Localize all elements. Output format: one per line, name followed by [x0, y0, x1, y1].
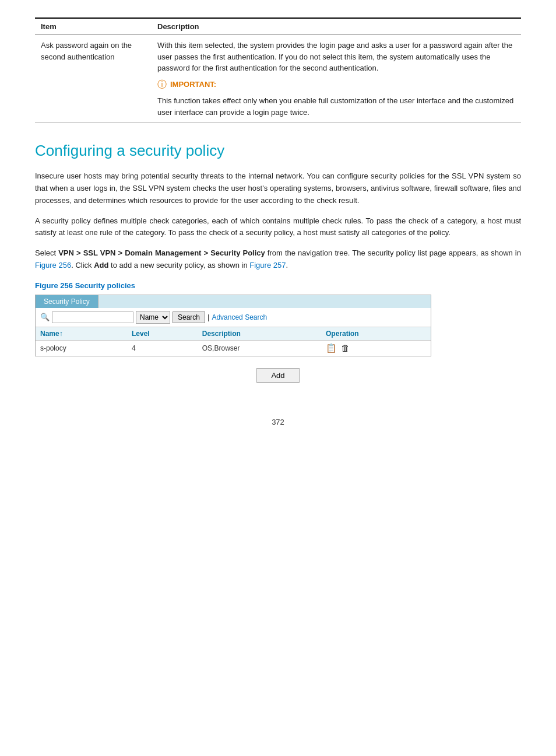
add-btn-container: Add [35, 368, 521, 383]
table-header-row: Name↑ Level Description Operation [36, 327, 431, 341]
para3-nav: VPN > SSL VPN > Domain Management > Secu… [58, 249, 265, 257]
table-row: Ask password again on the second authent… [35, 35, 521, 123]
advanced-search-link[interactable]: Advanced Search [212, 313, 267, 321]
search-button[interactable]: Search [173, 312, 205, 323]
row-level: 4 [127, 340, 198, 356]
col-description-header: Description [152, 18, 521, 35]
description-cell: With this item selected, the system prov… [152, 35, 521, 123]
row-description: OS,Browser [198, 340, 321, 356]
col-level-header: Level [127, 327, 198, 341]
item-cell: Ask password again on the second authent… [35, 35, 152, 123]
tab-security-policy[interactable]: Security Policy [36, 295, 98, 308]
security-policy-table: Name↑ Level Description Operation s-polo… [36, 327, 431, 356]
row-name: s-polocy [36, 340, 127, 356]
section-title: Configuring a security policy [35, 142, 521, 160]
col-description-header: Description [198, 327, 321, 341]
search-bar: 🔍 Name Search | Advanced Search [36, 308, 431, 327]
delete-icon[interactable]: 🗑 [341, 343, 350, 353]
search-dropdown[interactable]: Name [136, 311, 170, 324]
col-name-header: Name↑ [36, 327, 127, 341]
para3-fig-link1[interactable]: Figure 256 [35, 261, 71, 270]
item-description-table: Item Description Ask password again on t… [35, 18, 521, 123]
important-label: IMPORTANT: [170, 79, 216, 90]
para3-end: . [286, 261, 288, 270]
important-box: ⓘ IMPORTANT: [157, 79, 515, 91]
para3: Select VPN > SSL VPN > Domain Management… [35, 247, 521, 272]
figure256-ui: Security Policy 🔍 Name Search | Advanced… [35, 295, 431, 356]
para3-suffix: to add a new security policy, as shown i… [108, 261, 249, 270]
description-main: With this item selected, the system prov… [157, 40, 515, 74]
para3-fig-link2[interactable]: Figure 257 [249, 261, 286, 270]
para2: A security policy defines multiple check… [35, 215, 521, 240]
para3-mid2: . Click [71, 261, 94, 270]
col-item-header: Item [35, 18, 152, 35]
edit-icon[interactable]: 📋 [326, 343, 337, 353]
search-input[interactable] [52, 312, 133, 323]
page-number: 372 [35, 418, 521, 426]
important-icon: ⓘ [157, 79, 167, 91]
table-row: s-polocy 4 OS,Browser 📋 🗑 [36, 340, 431, 356]
para3-add: Add [94, 261, 108, 270]
para3-mid: from the navigation tree. The security p… [265, 249, 521, 257]
tab-bar: Security Policy [36, 295, 431, 308]
row-operation: 📋 🗑 [321, 340, 431, 356]
para1: Insecure user hosts may bring potential … [35, 170, 521, 206]
para3-prefix: Select [35, 249, 58, 257]
separator: | [207, 313, 209, 321]
description-note: This function takes effect only when you… [157, 95, 515, 118]
figure256-label: Figure 256 Security policies [35, 281, 521, 290]
col-operation-header: Operation [321, 327, 431, 341]
search-icon: 🔍 [40, 313, 50, 321]
add-button[interactable]: Add [256, 368, 299, 383]
